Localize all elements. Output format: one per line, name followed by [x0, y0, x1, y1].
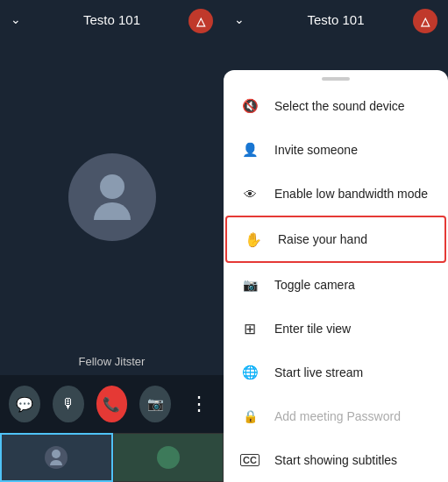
- menu-item-raise-hand[interactable]: Raise your hand: [225, 216, 446, 263]
- thumbnail-self[interactable]: [0, 433, 113, 482]
- menu-handle: [322, 77, 350, 81]
- menu-item-tile-view[interactable]: Enter tile view: [224, 307, 448, 351]
- menu-label-subtitles: Start showing subtitles: [274, 453, 397, 467]
- right-warning-badge: △: [413, 9, 437, 33]
- avatar: [68, 153, 156, 241]
- menu-label-live-stream: Start live stream: [274, 365, 363, 379]
- menu-item-meeting-password: Add meeting Password: [224, 394, 448, 438]
- menu-item-subtitles[interactable]: Start showing subtitles: [224, 438, 448, 482]
- menu-label-raise-hand: Raise your hand: [278, 232, 367, 246]
- grid-icon: [238, 316, 262, 341]
- camera-button[interactable]: 📷: [139, 386, 171, 422]
- left-header: ⌄ Testo 101 △: [0, 0, 224, 39]
- menu-item-select-sound[interactable]: Select the sound device: [224, 84, 448, 128]
- right-header: ⌄ Testo 101 △: [224, 0, 448, 39]
- menu-label-meeting-password: Add meeting Password: [274, 409, 401, 423]
- fellow-label: Fellow Jitster: [0, 355, 224, 375]
- bottom-controls: 💬 🎙 📞 📷 ⋮: [0, 375, 224, 433]
- person-add-icon: [238, 138, 262, 162]
- thumbnail-other-avatar: [157, 446, 180, 469]
- thumbnail-other[interactable]: [113, 433, 224, 482]
- thumbnail-avatar: [45, 446, 68, 469]
- mic-icon: 🎙: [61, 396, 75, 412]
- thumbnail-strip: [0, 433, 224, 482]
- right-title: Testo 101: [307, 12, 364, 27]
- left-panel: ⌄ Testo 101 △ Fellow Jitster 💬 🎙 📞 📷 ⋮: [0, 0, 224, 482]
- mic-button[interactable]: 🎙: [53, 386, 84, 422]
- menu-item-toggle-camera[interactable]: Toggle camera: [224, 263, 448, 307]
- menu-item-bandwidth[interactable]: Enable low bandwidth mode: [224, 172, 448, 216]
- hand-icon: [241, 227, 266, 252]
- right-chevron-down-icon[interactable]: ⌄: [234, 12, 245, 26]
- toggle-camera-icon: [238, 273, 262, 297]
- stream-icon: [238, 360, 262, 385]
- menu-sheet: Select the sound device Invite someone E…: [224, 70, 448, 482]
- end-call-icon: 📞: [103, 396, 120, 413]
- avatar-head: [100, 174, 124, 199]
- more-icon: ⋮: [189, 393, 209, 415]
- chat-button[interactable]: 💬: [9, 386, 40, 422]
- menu-item-live-stream[interactable]: Start live stream: [224, 351, 448, 394]
- cc-icon: [238, 448, 262, 472]
- right-panel: ⌄ Testo 101 △ Select the sound device In…: [224, 0, 448, 482]
- avatar-icon: [94, 174, 131, 220]
- warning-badge: △: [188, 9, 213, 33]
- more-button[interactable]: ⋮: [183, 386, 215, 422]
- chat-icon: 💬: [16, 396, 33, 413]
- left-video-area: [0, 39, 224, 355]
- menu-item-invite[interactable]: Invite someone: [224, 128, 448, 172]
- menu-label-tile-view: Enter tile view: [274, 322, 351, 336]
- thumb-avatar-icon: [50, 450, 62, 465]
- camera-icon: 📷: [147, 396, 164, 412]
- menu-label-bandwidth: Enable low bandwidth mode: [274, 187, 428, 201]
- avatar-body: [94, 202, 131, 220]
- sound-icon: [238, 94, 262, 118]
- end-call-button[interactable]: 📞: [96, 386, 128, 422]
- chevron-down-icon[interactable]: ⌄: [11, 12, 21, 26]
- lock-icon: [238, 404, 262, 429]
- left-title: Testo 101: [83, 12, 140, 27]
- menu-label-select-sound: Select the sound device: [274, 99, 405, 113]
- menu-label-toggle-camera: Toggle camera: [274, 278, 355, 292]
- eye-icon: [238, 181, 262, 206]
- menu-label-invite: Invite someone: [274, 143, 358, 157]
